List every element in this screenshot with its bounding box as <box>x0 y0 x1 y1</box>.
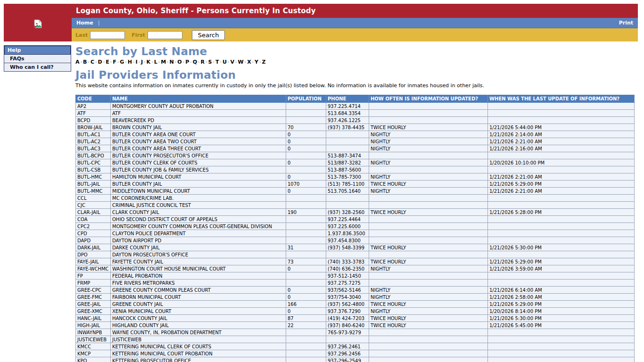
cell-phone: 513.705.1640 <box>326 188 369 195</box>
alphabet-letter-link[interactable]: H <box>128 59 132 65</box>
separator-dot: · <box>151 59 153 65</box>
table-row: KPOKETTERING PROSECUTOR OFFICE937-296-25… <box>76 357 635 362</box>
cell-code: JUSTICEWEB <box>76 336 111 343</box>
alphabet-letter-link[interactable]: U <box>223 59 227 65</box>
cell-last_update <box>488 350 635 357</box>
alphabet-letter-link[interactable]: T <box>215 59 219 65</box>
cell-code: ATF <box>76 110 111 117</box>
cell-name: CRIMINAL JUSTICE COUNCIL TEST <box>111 202 286 209</box>
alphabet-letter-link[interactable]: J <box>141 59 143 65</box>
separator-dot: · <box>95 59 97 65</box>
cell-phone: 937.296.2461 <box>326 343 369 350</box>
alphabet-letter-link[interactable]: O <box>177 59 182 65</box>
cell-code: CJC <box>76 202 111 209</box>
alphabet-letter-link[interactable]: G <box>120 59 124 65</box>
providers-table: CODENAMEPOPULATIONPHONEHOW OFTEN IS INFO… <box>75 95 635 362</box>
sidebar-item-who-can-i-call-[interactable]: Who can I call? <box>4 63 71 71</box>
cell-last_update: 1/20/2026 8:14:00 PM <box>488 308 635 315</box>
cell-name: BUTLER COUNTY AREA THREE COURT <box>111 145 286 152</box>
cell-name: CLAYTON POLICE DEPARTMENT <box>111 230 286 237</box>
cell-updated: TWICE HOURLY <box>369 124 488 131</box>
table-row: CPDCLAYTON POLICE DEPARTMENT1.937.836.35… <box>76 230 635 237</box>
cell-name: KETTERING MUNICIPAL CLERK OF COURTS <box>111 343 286 350</box>
cell-population <box>286 152 326 159</box>
table-row: KMCPKETTERING MUNICIPAL COURT PROBATION9… <box>76 350 635 357</box>
alphabet-letter-link[interactable]: V <box>230 59 234 65</box>
sidebar-item-faqs[interactable]: FAQs <box>4 55 71 63</box>
cell-last_update <box>488 166 635 173</box>
cell-updated <box>369 202 488 209</box>
cell-last_update <box>488 280 635 287</box>
alphabet-letter-link[interactable]: I <box>135 59 137 65</box>
cell-last_update <box>488 357 635 362</box>
alphabet-letter-link[interactable]: E <box>106 59 109 65</box>
cell-updated: NIGHTLY <box>369 294 488 301</box>
cell-updated: TWICE HOURLY <box>369 322 488 329</box>
alphabet-letter-link[interactable]: W <box>238 59 243 65</box>
alphabet-letter-link[interactable]: K <box>147 59 151 65</box>
alphabet-letter-link[interactable]: Z <box>262 59 266 65</box>
cell-code: FRMP <box>76 280 111 287</box>
table-row: CJCCRIMINAL JUSTICE COUNCIL TEST <box>76 202 635 209</box>
cell-population: 70 <box>286 124 326 131</box>
providers-table-header-row: CODENAMEPOPULATIONPHONEHOW OFTEN IS INFO… <box>76 95 635 103</box>
last-name-input[interactable] <box>90 31 125 39</box>
alphabet-letter-link[interactable]: B <box>83 59 87 65</box>
cell-code: BUTL-JAIL <box>76 181 111 188</box>
cell-updated: NIGHTLY <box>369 145 488 152</box>
cell-code: INWAYNPB <box>76 329 111 336</box>
cell-name: DAYTON PROSECUTOR'S OFFICE <box>111 251 286 258</box>
cell-last_update: 1/21/2026 2:21:00 AM <box>488 173 635 181</box>
cell-code: CPD <box>76 230 111 237</box>
alphabet-letter-link[interactable]: M <box>161 59 166 65</box>
cell-name: MC CORONER/CRIME LAB. <box>111 195 286 202</box>
cell-population <box>286 166 326 173</box>
separator-dot: · <box>110 59 112 65</box>
alphabet-letter-link[interactable]: R <box>201 59 205 65</box>
alphabet-letter-link[interactable]: X <box>247 59 251 65</box>
nav-print-link[interactable]: Print <box>619 20 633 26</box>
cell-code: KMCC <box>76 343 111 350</box>
alphabet-letter-link[interactable]: C <box>91 59 94 65</box>
alphabet-letter-link[interactable]: S <box>208 59 212 65</box>
separator-dot: · <box>103 59 105 65</box>
alphabet-letter-link[interactable]: D <box>98 59 102 65</box>
cell-name: BUTLER COUNTY JAIL <box>111 181 286 188</box>
cell-last_update <box>488 110 635 117</box>
separator-dot: · <box>190 59 192 65</box>
alphabet-letter-link[interactable]: F <box>113 59 116 65</box>
alphabet-letter-link[interactable]: A <box>75 59 80 65</box>
cell-population: 0 <box>286 188 326 195</box>
nav-home-link[interactable]: Home <box>76 20 93 26</box>
cell-population: 0 <box>286 265 326 272</box>
cell-name: CLARK COUNTY JAIL <box>111 209 286 216</box>
alphabet-letter-link[interactable]: N <box>170 59 174 65</box>
alphabet-letter-link[interactable]: L <box>154 59 157 65</box>
search-button[interactable]: Search <box>192 30 225 40</box>
alphabet-letter-link[interactable]: Q <box>193 59 197 65</box>
providers-table-body: AP2MONTGOMERY COUNTY ADULT PROBATION937.… <box>76 103 635 362</box>
table-row: HIGH-JAILHIGHLAND COUNTY JAIL22(937) 840… <box>76 322 635 329</box>
cell-code: BUTL-AC3 <box>76 145 111 152</box>
cell-updated <box>369 152 488 159</box>
nav-separator: | <box>98 20 100 26</box>
cell-last_update <box>488 195 635 202</box>
table-row: CLAR-JAILCLARK COUNTY JAIL190(937) 328-2… <box>76 209 635 216</box>
cell-last_update: 1/21/2026 2:21:00 AM <box>488 138 635 145</box>
alphabet-letter-link[interactable]: P <box>185 59 189 65</box>
cell-name: WAYNE COUNTY, IN, PROBATION DEPARTMENT <box>111 329 286 336</box>
cell-last_update: 1/21/2026 5:30:00 PM <box>488 244 635 251</box>
cell-phone <box>326 202 369 209</box>
cell-code: COA <box>76 216 111 223</box>
first-name-input[interactable] <box>148 31 182 39</box>
table-row: DAPDDAYTON AIRPORT PD937.454.8300 <box>76 237 635 244</box>
cell-phone: 937.225.4464 <box>326 216 369 223</box>
alphabet-letter-link[interactable]: Y <box>255 59 258 65</box>
cell-updated: TWICE HOURLY <box>369 209 488 216</box>
table-row: FPFEDERAL PROBATION937-512-1450 <box>76 272 635 280</box>
cell-last_update <box>488 202 635 209</box>
cell-name: OHIO SECOND DISTRICT COURT OF APPEALS <box>111 216 286 223</box>
cell-code: BUTL-MMC <box>76 188 111 195</box>
cell-updated: TWICE HOURLY <box>369 181 488 188</box>
cell-name: KETTERING MUNICIPAL COURT PROBATION <box>111 350 286 357</box>
